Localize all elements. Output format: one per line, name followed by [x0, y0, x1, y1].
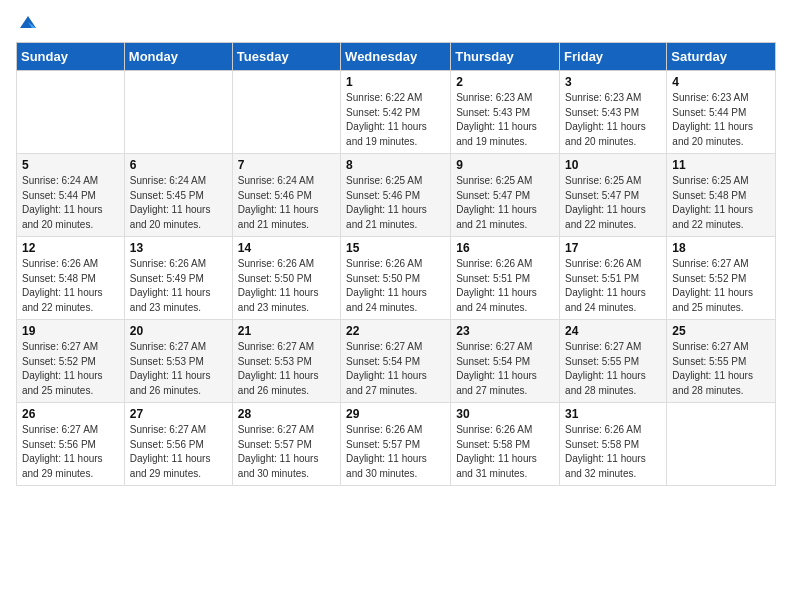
calendar-cell: 14Sunrise: 6:26 AMSunset: 5:50 PMDayligh…: [232, 237, 340, 320]
day-number: 20: [130, 324, 227, 338]
calendar-cell: 9Sunrise: 6:25 AMSunset: 5:47 PMDaylight…: [451, 154, 560, 237]
calendar-cell: [124, 71, 232, 154]
day-number: 31: [565, 407, 661, 421]
weekday-header-thursday: Thursday: [451, 43, 560, 71]
calendar-week-row: 1Sunrise: 6:22 AMSunset: 5:42 PMDaylight…: [17, 71, 776, 154]
day-number: 18: [672, 241, 770, 255]
logo: [16, 16, 38, 32]
day-number: 14: [238, 241, 335, 255]
weekday-header-wednesday: Wednesday: [341, 43, 451, 71]
calendar-cell: 29Sunrise: 6:26 AMSunset: 5:57 PMDayligh…: [341, 403, 451, 486]
day-number: 3: [565, 75, 661, 89]
day-number: 9: [456, 158, 554, 172]
calendar-cell: 18Sunrise: 6:27 AMSunset: 5:52 PMDayligh…: [667, 237, 776, 320]
day-number: 13: [130, 241, 227, 255]
day-info: Sunrise: 6:26 AMSunset: 5:49 PMDaylight:…: [130, 257, 227, 315]
calendar-cell: 4Sunrise: 6:23 AMSunset: 5:44 PMDaylight…: [667, 71, 776, 154]
calendar-cell: 24Sunrise: 6:27 AMSunset: 5:55 PMDayligh…: [560, 320, 667, 403]
calendar-cell: 2Sunrise: 6:23 AMSunset: 5:43 PMDaylight…: [451, 71, 560, 154]
weekday-header-saturday: Saturday: [667, 43, 776, 71]
day-info: Sunrise: 6:27 AMSunset: 5:52 PMDaylight:…: [22, 340, 119, 398]
calendar-cell: 3Sunrise: 6:23 AMSunset: 5:43 PMDaylight…: [560, 71, 667, 154]
day-info: Sunrise: 6:24 AMSunset: 5:45 PMDaylight:…: [130, 174, 227, 232]
calendar-cell: 1Sunrise: 6:22 AMSunset: 5:42 PMDaylight…: [341, 71, 451, 154]
calendar-cell: 30Sunrise: 6:26 AMSunset: 5:58 PMDayligh…: [451, 403, 560, 486]
day-info: Sunrise: 6:27 AMSunset: 5:55 PMDaylight:…: [565, 340, 661, 398]
day-info: Sunrise: 6:25 AMSunset: 5:47 PMDaylight:…: [456, 174, 554, 232]
calendar-cell: 19Sunrise: 6:27 AMSunset: 5:52 PMDayligh…: [17, 320, 125, 403]
day-number: 15: [346, 241, 445, 255]
page-header: [16, 16, 776, 32]
calendar-week-row: 19Sunrise: 6:27 AMSunset: 5:52 PMDayligh…: [17, 320, 776, 403]
day-number: 23: [456, 324, 554, 338]
day-info: Sunrise: 6:23 AMSunset: 5:44 PMDaylight:…: [672, 91, 770, 149]
weekday-header-friday: Friday: [560, 43, 667, 71]
day-info: Sunrise: 6:27 AMSunset: 5:57 PMDaylight:…: [238, 423, 335, 481]
day-number: 25: [672, 324, 770, 338]
calendar-cell: 15Sunrise: 6:26 AMSunset: 5:50 PMDayligh…: [341, 237, 451, 320]
day-number: 2: [456, 75, 554, 89]
day-info: Sunrise: 6:26 AMSunset: 5:51 PMDaylight:…: [565, 257, 661, 315]
day-info: Sunrise: 6:27 AMSunset: 5:54 PMDaylight:…: [456, 340, 554, 398]
day-number: 22: [346, 324, 445, 338]
day-number: 4: [672, 75, 770, 89]
day-number: 10: [565, 158, 661, 172]
day-info: Sunrise: 6:27 AMSunset: 5:55 PMDaylight:…: [672, 340, 770, 398]
day-info: Sunrise: 6:25 AMSunset: 5:48 PMDaylight:…: [672, 174, 770, 232]
calendar-cell: 20Sunrise: 6:27 AMSunset: 5:53 PMDayligh…: [124, 320, 232, 403]
calendar-week-row: 26Sunrise: 6:27 AMSunset: 5:56 PMDayligh…: [17, 403, 776, 486]
day-info: Sunrise: 6:23 AMSunset: 5:43 PMDaylight:…: [565, 91, 661, 149]
day-number: 19: [22, 324, 119, 338]
calendar-cell: 22Sunrise: 6:27 AMSunset: 5:54 PMDayligh…: [341, 320, 451, 403]
calendar-cell: 28Sunrise: 6:27 AMSunset: 5:57 PMDayligh…: [232, 403, 340, 486]
day-info: Sunrise: 6:27 AMSunset: 5:53 PMDaylight:…: [130, 340, 227, 398]
calendar-cell: 8Sunrise: 6:25 AMSunset: 5:46 PMDaylight…: [341, 154, 451, 237]
day-info: Sunrise: 6:26 AMSunset: 5:51 PMDaylight:…: [456, 257, 554, 315]
calendar-cell: 7Sunrise: 6:24 AMSunset: 5:46 PMDaylight…: [232, 154, 340, 237]
calendar-cell: 11Sunrise: 6:25 AMSunset: 5:48 PMDayligh…: [667, 154, 776, 237]
calendar-cell: [667, 403, 776, 486]
calendar-cell: 26Sunrise: 6:27 AMSunset: 5:56 PMDayligh…: [17, 403, 125, 486]
day-info: Sunrise: 6:26 AMSunset: 5:50 PMDaylight:…: [346, 257, 445, 315]
day-info: Sunrise: 6:25 AMSunset: 5:47 PMDaylight:…: [565, 174, 661, 232]
calendar-cell: 13Sunrise: 6:26 AMSunset: 5:49 PMDayligh…: [124, 237, 232, 320]
calendar-cell: 25Sunrise: 6:27 AMSunset: 5:55 PMDayligh…: [667, 320, 776, 403]
day-info: Sunrise: 6:27 AMSunset: 5:56 PMDaylight:…: [130, 423, 227, 481]
day-info: Sunrise: 6:25 AMSunset: 5:46 PMDaylight:…: [346, 174, 445, 232]
day-number: 28: [238, 407, 335, 421]
day-number: 29: [346, 407, 445, 421]
calendar-header-row: SundayMondayTuesdayWednesdayThursdayFrid…: [17, 43, 776, 71]
day-info: Sunrise: 6:26 AMSunset: 5:48 PMDaylight:…: [22, 257, 119, 315]
calendar-cell: 12Sunrise: 6:26 AMSunset: 5:48 PMDayligh…: [17, 237, 125, 320]
calendar-cell: 31Sunrise: 6:26 AMSunset: 5:58 PMDayligh…: [560, 403, 667, 486]
calendar-cell: 5Sunrise: 6:24 AMSunset: 5:44 PMDaylight…: [17, 154, 125, 237]
weekday-header-tuesday: Tuesday: [232, 43, 340, 71]
calendar-cell: 27Sunrise: 6:27 AMSunset: 5:56 PMDayligh…: [124, 403, 232, 486]
day-number: 5: [22, 158, 119, 172]
day-info: Sunrise: 6:22 AMSunset: 5:42 PMDaylight:…: [346, 91, 445, 149]
calendar-week-row: 5Sunrise: 6:24 AMSunset: 5:44 PMDaylight…: [17, 154, 776, 237]
day-info: Sunrise: 6:27 AMSunset: 5:54 PMDaylight:…: [346, 340, 445, 398]
day-info: Sunrise: 6:27 AMSunset: 5:52 PMDaylight:…: [672, 257, 770, 315]
day-number: 24: [565, 324, 661, 338]
calendar-cell: 10Sunrise: 6:25 AMSunset: 5:47 PMDayligh…: [560, 154, 667, 237]
day-number: 8: [346, 158, 445, 172]
calendar-cell: [232, 71, 340, 154]
calendar-cell: 6Sunrise: 6:24 AMSunset: 5:45 PMDaylight…: [124, 154, 232, 237]
day-number: 7: [238, 158, 335, 172]
calendar-cell: 23Sunrise: 6:27 AMSunset: 5:54 PMDayligh…: [451, 320, 560, 403]
day-number: 11: [672, 158, 770, 172]
day-info: Sunrise: 6:24 AMSunset: 5:46 PMDaylight:…: [238, 174, 335, 232]
day-number: 6: [130, 158, 227, 172]
calendar-cell: 16Sunrise: 6:26 AMSunset: 5:51 PMDayligh…: [451, 237, 560, 320]
weekday-header-sunday: Sunday: [17, 43, 125, 71]
calendar-cell: 21Sunrise: 6:27 AMSunset: 5:53 PMDayligh…: [232, 320, 340, 403]
day-number: 26: [22, 407, 119, 421]
day-number: 12: [22, 241, 119, 255]
day-info: Sunrise: 6:23 AMSunset: 5:43 PMDaylight:…: [456, 91, 554, 149]
day-number: 21: [238, 324, 335, 338]
day-info: Sunrise: 6:27 AMSunset: 5:53 PMDaylight:…: [238, 340, 335, 398]
day-info: Sunrise: 6:26 AMSunset: 5:57 PMDaylight:…: [346, 423, 445, 481]
calendar-week-row: 12Sunrise: 6:26 AMSunset: 5:48 PMDayligh…: [17, 237, 776, 320]
calendar-cell: [17, 71, 125, 154]
